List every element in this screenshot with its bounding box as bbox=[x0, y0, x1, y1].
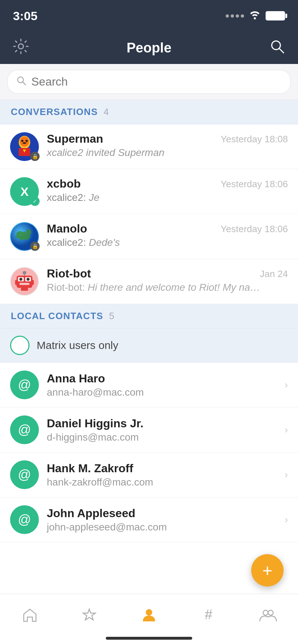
svg-point-8 bbox=[21, 140, 23, 142]
xcbob-time: Yesterday 18:06 bbox=[221, 179, 288, 190]
local-contacts-count: 5 bbox=[109, 310, 114, 322]
superman-message: xcalice2 invited Superman bbox=[47, 147, 288, 158]
john-appleseed-body: John Appleseed john-appleseed@mac.com bbox=[47, 507, 285, 533]
home-indicator bbox=[106, 637, 192, 640]
svg-rect-22 bbox=[31, 280, 34, 285]
status-time: 3:05 bbox=[13, 9, 37, 23]
matrix-users-label: Matrix users only bbox=[37, 339, 118, 351]
riotbot-avatar-wrap bbox=[10, 267, 39, 296]
riotbot-time: Jan 24 bbox=[260, 268, 288, 280]
tab-rooms[interactable]: # bbox=[179, 607, 239, 622]
xcbob-message: xcalice2: Je bbox=[47, 192, 288, 203]
manolo-time: Yesterday 18:06 bbox=[221, 224, 288, 235]
contact-hank-zakroff[interactable]: @ Hank M. Zakroff hank-zakroff@mac.com › bbox=[0, 452, 298, 497]
signal-icon bbox=[226, 14, 244, 18]
daniel-higgins-body: Daniel Higgins Jr. d-higgins@mac.com bbox=[47, 417, 285, 443]
anna-haro-name: Anna Haro bbox=[47, 372, 285, 385]
svg-point-26 bbox=[146, 609, 152, 616]
conversation-superman[interactable]: 🔒 Superman xcalice2 invited Superman Yes… bbox=[0, 124, 298, 169]
battery-icon bbox=[266, 11, 285, 20]
riotbot-name: Riot-bot bbox=[47, 267, 288, 280]
add-contact-button[interactable]: + bbox=[251, 554, 284, 586]
search-bar bbox=[0, 64, 298, 100]
anna-haro-avatar: @ bbox=[10, 371, 39, 399]
search-button[interactable] bbox=[269, 38, 285, 58]
hank-zakroff-body: Hank M. Zakroff hank-zakroff@mac.com bbox=[47, 462, 285, 488]
daniel-higgins-avatar: @ bbox=[10, 415, 39, 444]
matrix-users-toggle-row: Matrix users only bbox=[0, 328, 298, 363]
tab-home[interactable] bbox=[0, 608, 60, 622]
john-appleseed-email: john-appleseed@mac.com bbox=[47, 521, 285, 533]
hank-zakroff-chevron: › bbox=[285, 469, 288, 480]
john-appleseed-chevron: › bbox=[285, 514, 288, 525]
manolo-message: xcalice2: Dede's bbox=[47, 237, 288, 248]
anna-haro-body: Anna Haro anna-haro@mac.com bbox=[47, 372, 285, 398]
search-mag-icon bbox=[16, 75, 26, 88]
svg-point-28 bbox=[268, 610, 273, 615]
daniel-higgins-email: d-higgins@mac.com bbox=[47, 432, 285, 443]
status-bar: 3:05 bbox=[0, 0, 298, 32]
local-contacts-label: LOCAL CONTACTS bbox=[11, 310, 103, 322]
svg-point-19 bbox=[27, 278, 30, 281]
wifi-icon bbox=[249, 10, 261, 22]
john-appleseed-name: John Appleseed bbox=[47, 507, 285, 520]
svg-point-27 bbox=[263, 610, 268, 615]
contact-anna-haro[interactable]: @ Anna Haro anna-haro@mac.com › bbox=[0, 363, 298, 408]
page-title: People bbox=[127, 40, 172, 56]
svg-line-4 bbox=[23, 82, 26, 85]
svg-point-10 bbox=[23, 142, 26, 144]
conversations-section-header: CONVERSATIONS 4 bbox=[0, 100, 298, 124]
anna-haro-email: anna-haro@mac.com bbox=[47, 387, 285, 398]
contact-john-appleseed[interactable]: @ John Appleseed john-appleseed@mac.com … bbox=[0, 497, 298, 542]
svg-point-7 bbox=[20, 137, 29, 147]
svg-point-9 bbox=[26, 140, 28, 142]
manolo-lock-badge: 🔒 bbox=[30, 242, 40, 251]
john-appleseed-avatar: @ bbox=[10, 505, 39, 534]
settings-icon[interactable] bbox=[13, 38, 29, 58]
svg-rect-20 bbox=[19, 283, 30, 285]
conversation-riotbot[interactable]: Riot-bot Riot-bot: Hi there and welcome … bbox=[0, 259, 298, 304]
svg-rect-23 bbox=[21, 288, 28, 291]
superman-lock-badge: 🔒 bbox=[30, 152, 40, 161]
tab-favorites[interactable] bbox=[60, 608, 119, 622]
header: People bbox=[0, 32, 298, 64]
conversations-count: 4 bbox=[104, 106, 109, 118]
hank-zakroff-name: Hank M. Zakroff bbox=[47, 462, 285, 475]
anna-haro-chevron: › bbox=[285, 379, 288, 391]
svg-point-24 bbox=[23, 271, 26, 275]
conversations-label: CONVERSATIONS bbox=[11, 106, 98, 118]
contact-daniel-higgins[interactable]: @ Daniel Higgins Jr. d-higgins@mac.com › bbox=[0, 408, 298, 452]
daniel-higgins-chevron: › bbox=[285, 424, 288, 436]
superman-time: Yesterday 18:08 bbox=[221, 134, 288, 145]
riotbot-body: Riot-bot Riot-bot: Hi there and welcome … bbox=[47, 267, 288, 293]
status-icons bbox=[226, 10, 285, 22]
daniel-higgins-name: Daniel Higgins Jr. bbox=[47, 417, 285, 430]
svg-rect-21 bbox=[15, 280, 18, 285]
conversation-manolo[interactable]: 🔒 Manolo xcalice2: Dede's Yesterday 18:0… bbox=[0, 214, 298, 259]
riotbot-avatar bbox=[10, 267, 39, 296]
tab-bar: # bbox=[0, 594, 298, 644]
superman-avatar-wrap: 🔒 bbox=[10, 132, 39, 161]
xcbob-avatar-wrap: X ✓ bbox=[10, 177, 39, 206]
xcbob-verify-badge: ✓ bbox=[30, 197, 40, 206]
tab-groups[interactable] bbox=[238, 608, 298, 622]
svg-point-18 bbox=[19, 278, 22, 281]
hank-zakroff-email: hank-zakroff@mac.com bbox=[47, 477, 285, 488]
svg-point-0 bbox=[18, 44, 23, 49]
local-contacts-section-header: LOCAL CONTACTS 5 bbox=[0, 304, 298, 328]
hank-zakroff-avatar: @ bbox=[10, 460, 39, 489]
matrix-users-toggle[interactable] bbox=[10, 336, 30, 355]
conversation-xcbob[interactable]: X ✓ xcbob xcalice2: Je Yesterday 18:06 bbox=[0, 169, 298, 214]
tab-people[interactable] bbox=[119, 608, 179, 622]
svg-line-2 bbox=[279, 49, 284, 53]
manolo-avatar-wrap: 🔒 bbox=[10, 222, 39, 251]
search-input[interactable] bbox=[31, 75, 282, 88]
riotbot-message: Riot-bot: Hi there and welcome to Riot! … bbox=[47, 282, 288, 293]
search-input-wrap[interactable] bbox=[7, 70, 291, 94]
